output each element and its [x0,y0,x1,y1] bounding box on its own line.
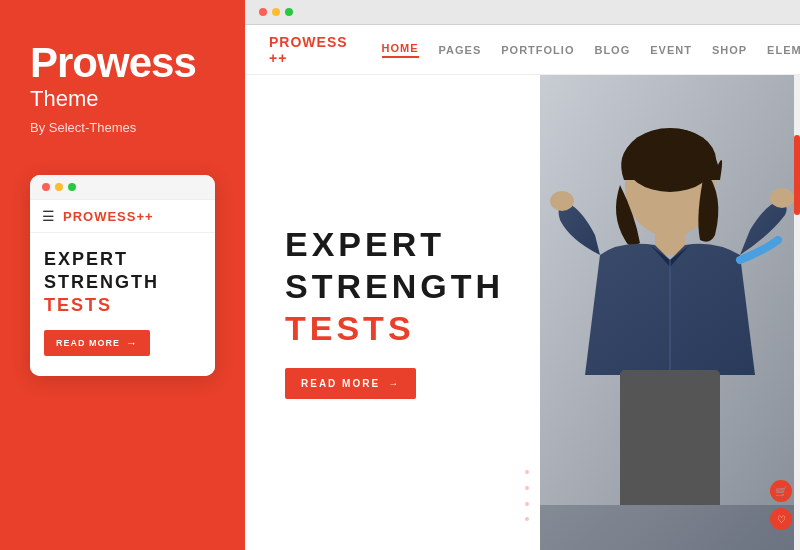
browser-dot-yellow [272,8,280,16]
hero-image [540,75,800,550]
mobile-btn-label: READ MORE [56,338,120,348]
nav-portfolio[interactable]: PORTFOLIO [501,44,574,56]
dot-red [42,183,50,191]
nav-home[interactable]: HOME [382,42,419,58]
main-preview: PROWESS ++ HOME PAGES PORTFOLIO BLOG EVE… [245,0,800,550]
side-cart-icon[interactable]: 🛒 [770,480,792,502]
mobile-hero-body: EXPERT STRENGTH TESTS READ MORE → [30,233,215,375]
mobile-logo: PROWESS++ [63,209,154,224]
website-logo: PROWESS ++ [269,34,348,66]
dot-yellow [55,183,63,191]
nav-blog[interactable]: BLOG [594,44,630,56]
website-logo-plus: ++ [269,50,287,66]
svg-point-4 [770,188,794,208]
browser-dot-red [259,8,267,16]
mobile-logo-text: PROWESS [63,209,136,224]
mobile-hero-accent: TESTS [44,295,201,316]
nav-elements[interactable]: ELEMENTS [767,44,800,56]
sidebar-by-text: By Select-Themes [30,120,215,135]
mobile-nav: ☰ PROWESS++ [30,200,215,233]
nav-event[interactable]: EVENT [650,44,692,56]
hero-btn-arrow-icon: → [388,378,400,389]
hero-line1: EXPERT [285,226,525,263]
sidebar-title-text: Prowess [30,40,215,86]
sidebar-subtitle-text: Theme [30,86,215,112]
person-silhouette-svg [540,75,800,505]
dot-green [68,183,76,191]
mobile-hamburger-icon: ☰ [42,208,55,224]
scrollbar[interactable] [794,75,800,550]
hero-line2: STRENGTH [285,268,525,305]
nav-pages[interactable]: PAGES [439,44,482,56]
svg-rect-7 [620,370,720,505]
website-nav: PROWESS ++ HOME PAGES PORTFOLIO BLOG EVE… [245,25,800,75]
sidebar: Prowess Theme By Select-Themes ☰ PROWESS… [0,0,245,550]
website-preview: PROWESS ++ HOME PAGES PORTFOLIO BLOG EVE… [245,25,800,550]
person-photo [540,75,800,550]
scrollbar-thumb[interactable] [794,135,800,215]
theme-title: Prowess Theme By Select-Themes [30,40,215,165]
browser-chrome [245,0,800,25]
mobile-preview-card: ☰ PROWESS++ EXPERT STRENGTH TESTS READ M… [30,175,215,375]
side-icons: 🛒 ♡ [770,480,792,530]
hero-content: EXPERT STRENGTH TESTS READ MORE → [245,75,565,550]
svg-point-5 [550,191,574,211]
hero-btn-label: READ MORE [301,378,380,389]
mobile-card-chrome [30,175,215,200]
mobile-read-more-button[interactable]: READ MORE → [44,330,150,356]
hero-read-more-button[interactable]: READ MORE → [285,368,416,399]
mobile-hero-line2: STRENGTH [44,272,201,293]
browser-dot-green [285,8,293,16]
mobile-btn-arrow-icon: → [126,337,138,349]
side-wishlist-icon[interactable]: ♡ [770,508,792,530]
hero-accent: TESTS [285,309,525,348]
mobile-hero-line1: EXPERT [44,249,201,270]
mobile-logo-plus: ++ [136,209,153,224]
website-logo-text: PROWESS [269,34,348,50]
nav-shop[interactable]: SHOP [712,44,747,56]
website-hero: EXPERT STRENGTH TESTS READ MORE → [245,75,800,550]
